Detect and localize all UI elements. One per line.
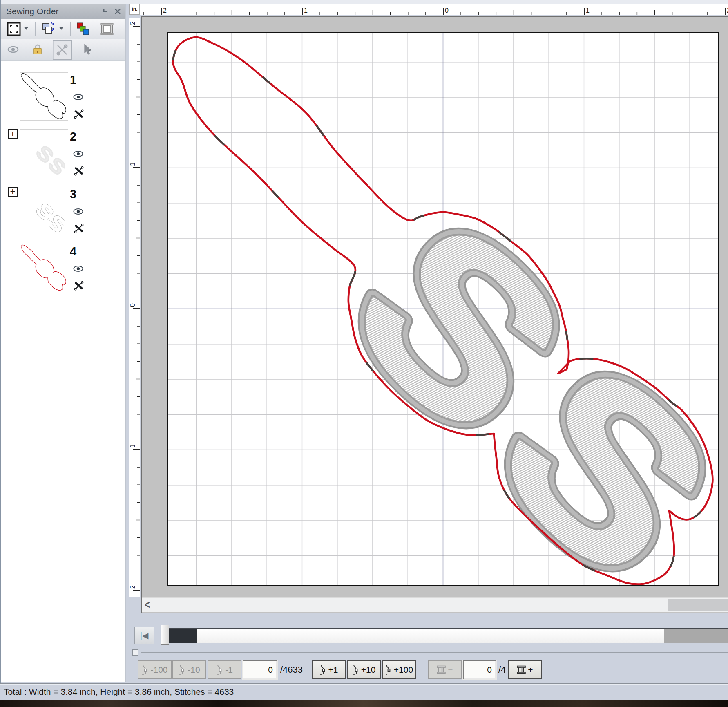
svg-text:2: 2 (163, 7, 167, 14)
svg-text:r: r (37, 49, 38, 54)
svg-text:1: 1 (129, 444, 136, 448)
svg-text:1: 1 (304, 7, 308, 14)
svg-text:2: 2 (129, 585, 136, 589)
svg-text:1: 1 (586, 7, 590, 14)
svg-text:0: 0 (445, 7, 449, 14)
svg-text:1: 1 (129, 162, 136, 166)
svg-text:0: 0 (129, 303, 136, 307)
svg-text:2: 2 (129, 21, 136, 25)
